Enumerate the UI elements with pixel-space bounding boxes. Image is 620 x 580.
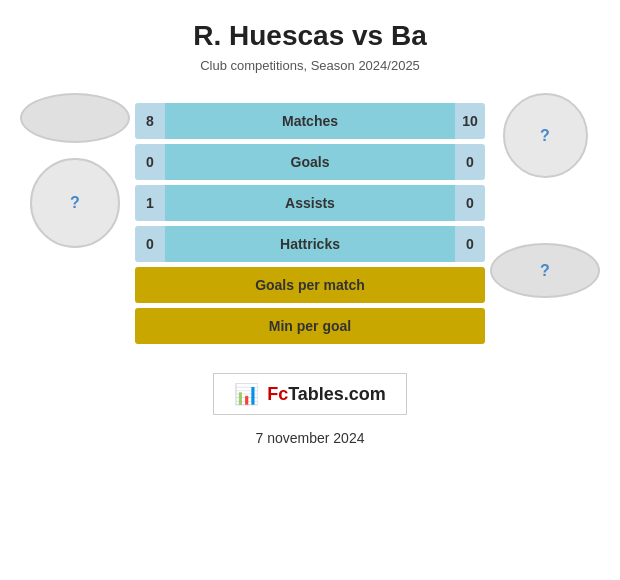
goals-per-match-label: Goals per match: [135, 267, 485, 303]
goals-right-value: 0: [455, 144, 485, 180]
matches-right-value: 10: [455, 103, 485, 139]
logo-text-fc: Fc: [267, 384, 288, 404]
min-per-goal-label: Min per goal: [135, 308, 485, 344]
main-content: ? 8 Matches 10 0 Goals 0 1 Assists 0: [10, 93, 610, 353]
footer-date: 7 november 2024: [256, 430, 365, 446]
stat-row-matches: 8 Matches 10: [135, 103, 485, 139]
assists-label: Assists: [165, 185, 455, 221]
page-container: R. Huescas vs Ba Club competitions, Seas…: [0, 0, 620, 580]
fctables-logo-box: 📊 FcTables.com: [213, 373, 407, 415]
right-team-logo: ?: [490, 243, 600, 298]
right-player-avatar-top: ?: [503, 93, 588, 178]
left-player-avatars: ?: [20, 93, 130, 248]
logo-text: FcTables.com: [267, 384, 386, 405]
goals-label: Goals: [165, 144, 455, 180]
right-player-image-placeholder-top: ?: [540, 127, 550, 145]
assists-left-value: 1: [135, 185, 165, 221]
hattricks-label: Hattricks: [165, 226, 455, 262]
hattricks-right-value: 0: [455, 226, 485, 262]
stat-row-min-per-goal: Min per goal: [135, 308, 485, 344]
stat-row-hattricks: 0 Hattricks 0: [135, 226, 485, 262]
page-subtitle: Club competitions, Season 2024/2025: [200, 58, 420, 73]
goals-left-value: 0: [135, 144, 165, 180]
right-team-image-placeholder: ?: [540, 262, 550, 280]
left-team-logo: [20, 93, 130, 143]
assists-right-value: 0: [455, 185, 485, 221]
hattricks-left-value: 0: [135, 226, 165, 262]
logo-chart-icon: 📊: [234, 382, 259, 406]
stats-section: 8 Matches 10 0 Goals 0 1 Assists 0 0 Hat…: [135, 103, 485, 344]
stat-row-goals: 0 Goals 0: [135, 144, 485, 180]
matches-label: Matches: [165, 103, 455, 139]
matches-left-value: 8: [135, 103, 165, 139]
page-title: R. Huescas vs Ba: [193, 20, 426, 52]
right-player-avatars: ? ?: [490, 93, 600, 298]
stat-row-goals-per-match: Goals per match: [135, 267, 485, 303]
stat-row-assists: 1 Assists 0: [135, 185, 485, 221]
left-player-avatar: ?: [30, 158, 120, 248]
left-player-image-placeholder: ?: [70, 194, 80, 212]
